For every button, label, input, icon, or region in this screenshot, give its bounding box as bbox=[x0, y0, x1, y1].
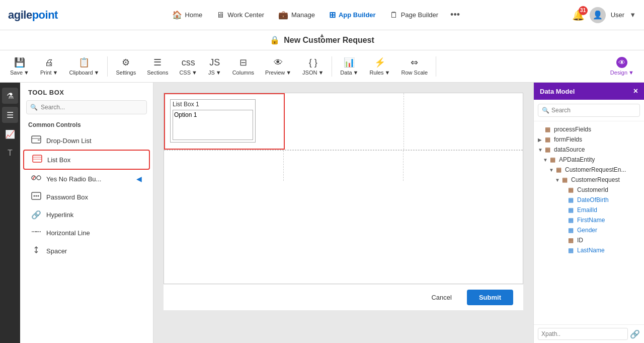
svg-point-10 bbox=[34, 195, 35, 197]
customerrequest-label: CustomerRequest bbox=[571, 176, 640, 183]
js-dropdown-icon: ▼ bbox=[216, 70, 221, 76]
toolbar-divider-3 bbox=[436, 56, 436, 77]
user-dropdown-icon[interactable]: ▼ bbox=[629, 11, 636, 19]
data-model-close-button[interactable]: × bbox=[633, 87, 638, 96]
xpath-input[interactable] bbox=[538, 328, 628, 340]
emailid-icon: ▦ bbox=[568, 207, 575, 214]
save-button[interactable]: 💾 Save ▼ bbox=[5, 54, 34, 79]
more-options-button[interactable]: ••• bbox=[446, 8, 464, 22]
canvas-cell-2-2[interactable] bbox=[284, 151, 404, 181]
toolbox-item-spacer[interactable]: Spacer bbox=[23, 242, 150, 260]
sidebar-chart-icon[interactable]: 📈 bbox=[2, 126, 18, 142]
save-dropdown-icon: ▼ bbox=[24, 70, 29, 76]
collapse-arrow-button[interactable]: ▲ bbox=[314, 30, 330, 40]
dateofbirth-icon: ▦ bbox=[568, 196, 575, 203]
cancel-button[interactable]: Cancel bbox=[421, 290, 461, 305]
dm-node-FirstName[interactable]: ▦ FirstName bbox=[534, 215, 644, 225]
toolbox-item-hline[interactable]: Horizontal Line bbox=[23, 224, 150, 242]
svg-point-12 bbox=[38, 195, 39, 197]
nav-home[interactable]: 🏠 Home bbox=[166, 7, 209, 23]
settings-icon: ⚙ bbox=[122, 57, 130, 68]
list-box-inner[interactable]: Option 1 bbox=[173, 110, 253, 140]
processfields-icon: ▦ bbox=[545, 126, 552, 133]
dm-node-processFields[interactable]: ▦ processFields bbox=[534, 124, 644, 134]
toolbox-search-input[interactable] bbox=[26, 100, 147, 114]
sidebar-filter-icon[interactable]: ⚗ bbox=[2, 88, 18, 104]
canvas-cell-1-2[interactable] bbox=[285, 93, 404, 150]
dm-node-CustomerRequest[interactable]: ▼ ▦ CustomerRequest bbox=[534, 175, 644, 185]
dm-node-DateOfBirth[interactable]: ▦ DateOfBirth bbox=[534, 195, 644, 205]
svg-rect-3 bbox=[33, 155, 42, 162]
hyperlink-icon: 🔗 bbox=[31, 210, 41, 220]
print-button[interactable]: 🖨 Print ▼ bbox=[35, 54, 63, 79]
toolbox-item-password[interactable]: Password Box bbox=[23, 188, 150, 206]
css-button[interactable]: css CSS ▼ bbox=[174, 54, 202, 79]
appbuilder-icon: ⊞ bbox=[329, 10, 336, 20]
toolbar-divider-2 bbox=[332, 56, 332, 77]
sidebar-user-icon[interactable]: T bbox=[2, 145, 18, 161]
dm-node-LastName[interactable]: ▦ LastName bbox=[534, 245, 644, 255]
dm-node-CustomerRequestEn[interactable]: ▼ ▦ CustomerRequestEn... bbox=[534, 165, 644, 175]
customerrequesten-label: CustomerRequestEn... bbox=[565, 166, 640, 173]
nav-appbuilder[interactable]: ⊞ App Builder bbox=[323, 7, 382, 23]
svg-rect-0 bbox=[32, 136, 41, 143]
listbox-icon bbox=[32, 155, 42, 165]
xpath-link-icon[interactable]: 🔗 bbox=[630, 329, 640, 339]
customerrequest-icon: ▦ bbox=[562, 176, 569, 183]
toolbox-password-label: Password Box bbox=[46, 193, 88, 201]
dm-node-formFields[interactable]: ▶ ▦ formFields bbox=[534, 134, 644, 145]
clipboard-button[interactable]: 📋 Clipboard ▼ bbox=[64, 54, 104, 79]
rowscale-icon: ⇔ bbox=[411, 57, 418, 68]
toolbox-item-listbox[interactable]: List Box bbox=[23, 150, 150, 170]
nav-workcenter[interactable]: 🖥 Work Center bbox=[210, 8, 270, 23]
design-button[interactable]: 👁 Design ▼ bbox=[605, 54, 639, 79]
svg-point-8 bbox=[37, 176, 41, 180]
settings-button[interactable]: ⚙ Settings bbox=[111, 54, 141, 79]
sections-button[interactable]: ☰ Sections bbox=[142, 54, 173, 79]
dm-node-dataSource[interactable]: ▼ ▦ dataSource bbox=[534, 145, 644, 155]
rules-label: Rules ▼ bbox=[369, 70, 390, 76]
nav-manage[interactable]: 💼 Manage bbox=[272, 7, 321, 23]
toolbox-item-dropdown[interactable]: Drop-Down List bbox=[23, 131, 150, 150]
user-avatar: 👤 bbox=[590, 7, 606, 23]
js-icon: JS bbox=[209, 57, 220, 68]
preview-button[interactable]: 👁 Preview ▼ bbox=[260, 54, 296, 79]
dm-node-Gender[interactable]: ▦ Gender bbox=[534, 225, 644, 235]
columns-button[interactable]: ⊟ Columns bbox=[227, 54, 259, 79]
json-button[interactable]: { } JSON ▼ bbox=[297, 54, 329, 79]
dm-node-APDataEntity[interactable]: ▼ ▦ APDataEntity bbox=[534, 155, 644, 165]
toolbox-item-hyperlink[interactable]: 🔗 Hyperlink bbox=[23, 206, 150, 224]
nav-workcenter-label: Work Center bbox=[227, 11, 264, 19]
datasource-icon: ▦ bbox=[545, 146, 552, 153]
dm-node-EmailId[interactable]: ▦ EmailId bbox=[534, 205, 644, 215]
logo-text: agilepoint bbox=[8, 9, 58, 22]
data-icon: 📊 bbox=[344, 57, 355, 68]
canvas-cell-2-3[interactable] bbox=[404, 151, 523, 181]
canvas-cell-2-1[interactable] bbox=[164, 151, 284, 181]
dm-node-CustomerId[interactable]: ▦ CustomerId bbox=[534, 185, 644, 195]
sidebar-list-icon[interactable]: ☰ bbox=[2, 107, 18, 123]
user-name: User bbox=[611, 11, 624, 19]
dateofbirth-label: DateOfBirth bbox=[577, 196, 640, 203]
js-button[interactable]: JS JS ▼ bbox=[203, 54, 226, 79]
submit-button[interactable]: Submit bbox=[467, 290, 513, 305]
dm-search-input[interactable] bbox=[538, 104, 640, 117]
rowscale-button[interactable]: ⇔ Row Scale bbox=[396, 54, 433, 79]
dm-node-ID[interactable]: ▦ ID bbox=[534, 235, 644, 245]
nav-pagebuilder[interactable]: 🗒 Page Builder bbox=[384, 8, 444, 23]
toolbox-yesno-label: Yes No Radio Bu... bbox=[46, 175, 101, 183]
save-icon: 💾 bbox=[14, 57, 25, 68]
toolbox-item-yesno[interactable]: Yes No Radio Bu... ◀ bbox=[23, 170, 150, 188]
notifications-button[interactable]: 🔔 31 bbox=[572, 9, 585, 21]
formfields-icon: ▦ bbox=[545, 136, 552, 143]
list-box-label: List Box 1 bbox=[171, 100, 255, 109]
yesno-collapse-arrow[interactable]: ◀ bbox=[136, 175, 142, 183]
canvas-cell-1-1[interactable]: List Box 1 Option 1 bbox=[164, 93, 285, 150]
lastname-icon: ▦ bbox=[568, 247, 575, 254]
canvas-cell-1-3[interactable] bbox=[404, 93, 523, 150]
rules-button[interactable]: ⚡ Rules ▼ bbox=[364, 54, 395, 79]
id-icon: ▦ bbox=[568, 237, 575, 244]
data-button[interactable]: 📊 Data ▼ bbox=[335, 54, 363, 79]
toolbox-search-icon: 🔍 bbox=[30, 104, 38, 111]
lock-icon: 🔒 bbox=[270, 35, 280, 45]
